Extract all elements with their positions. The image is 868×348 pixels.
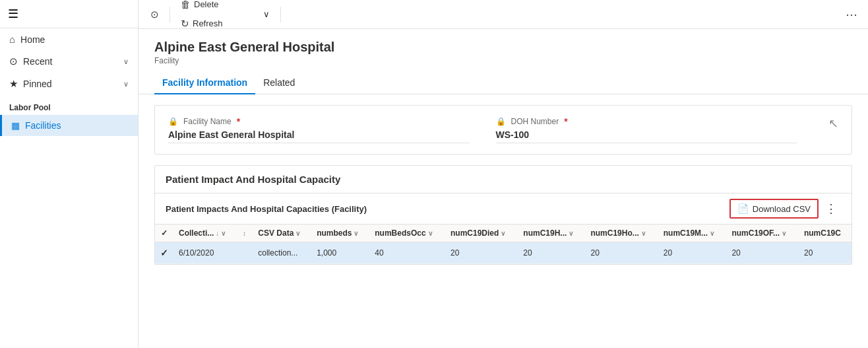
row-numc19of-0: 20 [726, 242, 799, 264]
chevron-numc19died: ∨ [501, 230, 505, 237]
facility-name-required: * [237, 116, 240, 127]
capacity-table: ✓ Collecti... ↓ ∨ ↕ [155, 225, 852, 264]
refresh-label: Refresh [193, 18, 223, 28]
toolbar: ⊙ 💾 Save 💾 Save & Close + New 📄 Deactiva… [139, 0, 868, 29]
row-check-0[interactable]: ✓ [155, 242, 173, 264]
facility-name-value[interactable]: Alpine East General Hospital [168, 129, 470, 143]
col-header-csv-data[interactable]: CSV Data ∨ [253, 225, 311, 242]
download-csv-button[interactable]: 📄 Download CSV [729, 199, 819, 219]
col-header-expand[interactable]: ↕ [237, 225, 253, 242]
recent-icon: ⊙ [9, 55, 18, 67]
facility-name-field: 🔒 Facility Name * Alpine East General Ho… [168, 116, 470, 143]
table-row[interactable]: ✓ 6/10/2020 collection... 1,000 40 20 20… [155, 242, 852, 264]
lock-icon-doh: 🔒 [496, 117, 506, 126]
sidebar-menu-icon[interactable]: ☰ [0, 0, 138, 28]
delete-icon: 🗑 [181, 0, 191, 10]
sidebar-item-facilities[interactable]: ▦ Facilities [0, 115, 138, 136]
doh-number-value[interactable]: WS-100 [496, 129, 797, 143]
row-numc19died-0: 20 [445, 242, 518, 264]
sidebar-item-home[interactable]: ⌂ Home [0, 28, 138, 50]
row-numc19h-0: 20 [518, 242, 585, 264]
row-numbedsOcc-0: 40 [369, 242, 445, 264]
record-title: Alpine East General Hospital [154, 40, 852, 55]
row-numc19m-0: 20 [658, 242, 727, 264]
patient-impact-section: Patient Impact And Hospital Capacity Pat… [154, 165, 852, 265]
form-fields-section: 🔒 Facility Name * Alpine East General Ho… [154, 105, 852, 155]
chevron-numc19m: ∨ [710, 230, 714, 237]
row-expand-0 [237, 242, 253, 264]
row-collection-date-0: 6/10/2020 [173, 242, 237, 264]
download-csv-label: Download CSV [753, 204, 811, 214]
pinned-icon: ★ [9, 78, 18, 90]
col-header-numbedsOcc[interactable]: numBedsOcc ∨ [369, 225, 445, 242]
cursor-indicator: ↖ [828, 116, 838, 131]
csv-icon: 📄 [737, 203, 749, 214]
sidebar-item-pinned[interactable]: ★ Pinned ∨ [0, 73, 138, 95]
facilities-icon: ▦ [11, 120, 20, 131]
doh-number-required: * [564, 116, 567, 127]
tab-facility-information[interactable]: Facility Information [154, 72, 255, 94]
toolbar-separator-2 [280, 7, 281, 22]
content-area: Alpine East General Hospital Facility Fa… [139, 29, 868, 348]
chevron-numc19ho: ∨ [641, 230, 646, 237]
col-header-numc19ho[interactable]: numC19Ho... ∨ [585, 225, 658, 242]
sort-icon-collection: ↓ [216, 230, 219, 237]
doh-number-label: DOH Number [511, 117, 559, 126]
record-subtitle: Facility [154, 56, 852, 65]
col-header-check[interactable]: ✓ [155, 225, 173, 242]
table-header: ✓ Collecti... ↓ ∨ ↕ [155, 225, 852, 242]
chevron-numc19h: ∨ [569, 230, 573, 237]
facility-name-label: Facility Name [183, 117, 232, 126]
row-numc19c-0: 20 [799, 242, 852, 264]
chevron-collection: ∨ [221, 230, 226, 237]
col-header-numc19died[interactable]: numC19Died ∨ [445, 225, 518, 242]
sub-section-title: Patient Impact And Hospital Capacity [155, 166, 852, 193]
col-header-collection-date[interactable]: Collecti... ↓ ∨ [173, 225, 237, 242]
col-header-numc19of[interactable]: numC19OF... ∨ [726, 225, 799, 242]
sidebar-item-recent[interactable]: ⊙ Recent ∨ [0, 50, 138, 73]
history-icon: ⊙ [150, 9, 159, 20]
row-numbeds-0: 1,000 [311, 242, 369, 264]
more-options-button[interactable]: ⋯ [840, 3, 863, 26]
refresh-icon: ↻ [181, 18, 189, 30]
toolbar-separator-1 [170, 7, 170, 22]
home-icon: ⌂ [9, 34, 15, 45]
history-button[interactable]: ⊙ [144, 5, 166, 24]
delete-button[interactable]: 🗑 Delete [174, 0, 226, 14]
col-header-numc19h[interactable]: numC19H... ∨ [518, 225, 585, 242]
sidebar-label-home: Home [20, 34, 45, 45]
delete-label: Delete [194, 0, 219, 9]
sidebar-item-label: Facilities [25, 120, 61, 131]
sub-section-toolbar: Patient Impacts And Hospital Capacities … [155, 193, 852, 225]
sidebar-label-recent: Recent [23, 56, 52, 67]
lock-icon-facility-name: 🔒 [168, 117, 178, 126]
sidebar-label-pinned: Pinned [23, 79, 52, 89]
row-csv-data-0: collection... [253, 242, 311, 264]
col-header-numc19c[interactable]: numC19C [799, 225, 852, 242]
sidebar-section-label: Labor Pool [0, 95, 138, 115]
sidebar: ☰ ⌂ Home ⊙ Recent ∨ ★ Pinned ∨ Labor Poo… [0, 0, 139, 348]
row-numc19ho-0: 20 [585, 242, 658, 264]
chevron-numbedsOcc: ∨ [428, 230, 433, 237]
chevron-numbeds: ∨ [354, 230, 358, 237]
tabs-bar: Facility Information Related [139, 72, 868, 94]
chevron-pinned-icon: ∨ [123, 80, 129, 88]
table-label: Patient Impacts And Hospital Capacities … [166, 204, 367, 214]
col-header-numbeds[interactable]: numbeds ∨ [311, 225, 369, 242]
main-area: ⊙ 💾 Save 💾 Save & Close + New 📄 Deactiva… [139, 0, 868, 348]
chevron-recent-icon: ∨ [123, 57, 129, 66]
chevron-numc19of: ∨ [782, 230, 786, 237]
sub-section-more-button[interactable]: ⋮ [821, 201, 841, 216]
record-header: Alpine East General Hospital Facility [139, 29, 868, 65]
col-header-numc19m[interactable]: numC19M... ∨ [658, 225, 727, 242]
flow-chevron-button[interactable]: ∨ [257, 5, 276, 23]
table-body: ✓ 6/10/2020 collection... 1,000 40 20 20… [155, 242, 852, 264]
chevron-down-icon: ∨ [263, 9, 270, 19]
tab-related[interactable]: Related [255, 72, 303, 94]
chevron-csv: ∨ [295, 230, 300, 237]
doh-number-field: 🔒 DOH Number * WS-100 [496, 116, 797, 143]
